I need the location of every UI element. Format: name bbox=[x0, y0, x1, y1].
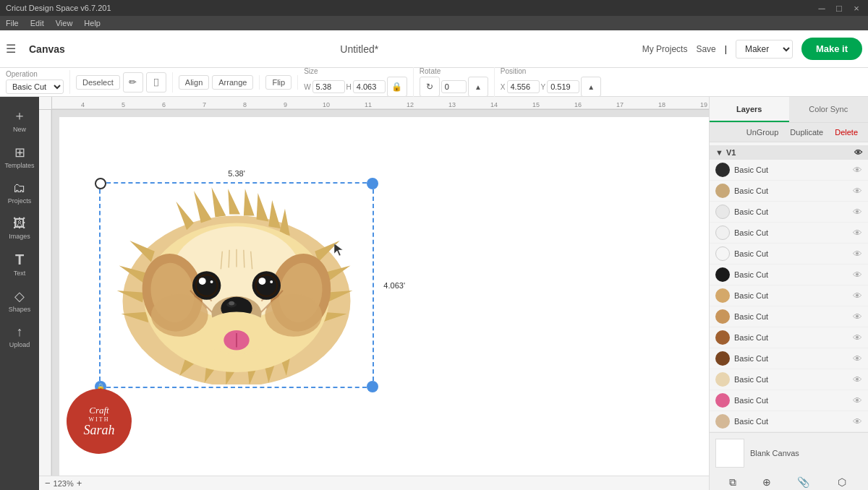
selection-width-label: 5.38' bbox=[228, 169, 245, 178]
rotate-input[interactable] bbox=[441, 80, 467, 93]
svg-text:9: 9 bbox=[284, 101, 287, 108]
deselect-button[interactable]: Deselect bbox=[76, 75, 120, 90]
slice-button[interactable]: ⧉ Slice bbox=[726, 476, 740, 490]
layer-item[interactable]: Basic Cut 👁 bbox=[710, 327, 868, 348]
tab-layers[interactable]: Layers bbox=[710, 97, 789, 122]
layer-visibility-icon[interactable]: 👁 bbox=[853, 311, 862, 322]
projects-icon: 🗂 bbox=[13, 181, 26, 196]
menu-view[interactable]: View bbox=[56, 19, 73, 27]
layer-item[interactable]: Basic Cut 👁 bbox=[710, 390, 868, 411]
layer-label: Basic Cut bbox=[734, 270, 848, 279]
layer-visibility-icon[interactable]: 👁 bbox=[853, 165, 862, 176]
layer-visibility-icon[interactable]: 👁 bbox=[853, 416, 862, 427]
machine-select[interactable]: Maker Explore Joy bbox=[736, 40, 793, 59]
layer-label: Basic Cut bbox=[734, 207, 848, 216]
operation-select[interactable]: Basic Cut Score Draw bbox=[6, 79, 64, 94]
layer-visibility-icon[interactable]: 👁 bbox=[853, 249, 862, 259]
blank-canvas-row: Blank Canvas bbox=[710, 433, 868, 473]
menu-edit[interactable]: Edit bbox=[30, 19, 44, 27]
layer-item[interactable]: Basic Cut 👁 bbox=[710, 181, 868, 202]
svg-text:12: 12 bbox=[407, 101, 414, 108]
minimize-button[interactable]: ─ bbox=[816, 2, 827, 14]
my-projects-button[interactable]: My Projects bbox=[642, 44, 688, 54]
handle-top-left[interactable]: ✕ bbox=[95, 178, 106, 189]
layer-visibility-icon[interactable]: 👁 bbox=[853, 332, 862, 343]
layer-color-swatch bbox=[715, 330, 730, 345]
attach-button[interactable]: 📎 Attach bbox=[794, 476, 813, 490]
group-eye-icon[interactable]: 👁 bbox=[854, 148, 862, 157]
align-button[interactable]: Align bbox=[179, 75, 209, 90]
layer-item[interactable]: Basic Cut 👁 bbox=[710, 348, 868, 369]
size-h-input[interactable] bbox=[353, 80, 386, 93]
layer-item[interactable]: Basic Cut 👁 bbox=[710, 160, 868, 181]
layer-item[interactable]: Basic Cut 👁 bbox=[710, 411, 868, 432]
zoombar: − 123% + bbox=[39, 476, 709, 490]
restore-button[interactable]: □ bbox=[833, 2, 845, 14]
layer-item[interactable]: Basic Cut 👁 bbox=[710, 202, 868, 223]
position-y-input[interactable] bbox=[547, 80, 579, 93]
text-icon: T bbox=[15, 252, 24, 268]
handle-bottom-right[interactable] bbox=[367, 381, 378, 392]
layer-visibility-icon[interactable]: 👁 bbox=[853, 207, 862, 218]
menu-help[interactable]: Help bbox=[84, 19, 101, 27]
layer-item[interactable]: Basic Cut 👁 bbox=[710, 369, 868, 390]
layer-visibility-icon[interactable]: 👁 bbox=[853, 353, 862, 364]
layer-item[interactable]: Basic Cut 👁 bbox=[710, 223, 868, 244]
sidebar-item-text[interactable]: T Text bbox=[2, 247, 37, 281]
sidebar-item-projects[interactable]: 🗂 Projects bbox=[2, 176, 37, 209]
blank-canvas-preview bbox=[715, 439, 744, 468]
position-stepper[interactable]: ▲ bbox=[581, 77, 601, 97]
sidebar-item-shapes[interactable]: ◇ Shapes bbox=[2, 284, 37, 317]
zoom-in-button[interactable]: + bbox=[77, 478, 82, 489]
duplicate-button[interactable]: Duplicate bbox=[786, 126, 827, 139]
sidebar-item-upload[interactable]: ↑ Upload bbox=[2, 320, 37, 353]
position-x-input[interactable] bbox=[507, 80, 540, 93]
layer-item[interactable]: Basic Cut 👁 bbox=[710, 285, 868, 306]
ungroup-button[interactable]: UnGroup bbox=[742, 126, 783, 139]
flip-button[interactable]: Flip bbox=[265, 75, 292, 90]
size-group: Size W H 🔒 bbox=[304, 67, 414, 97]
layer-color-swatch bbox=[715, 351, 730, 366]
flatten-button[interactable]: ⬡ Flatten bbox=[833, 476, 853, 490]
canvas-area[interactable]: 4 5 6 7 8 9 10 11 12 13 14 15 16 17 18 1… bbox=[39, 97, 709, 490]
layer-visibility-icon[interactable]: 👁 bbox=[853, 291, 862, 301]
layer-visibility-icon[interactable]: 👁 bbox=[853, 186, 862, 197]
sidebar-item-images[interactable]: 🖼 Images bbox=[2, 212, 37, 244]
handle-top-right[interactable] bbox=[367, 178, 378, 189]
arrange-button[interactable]: Arrange bbox=[212, 75, 253, 90]
close-button[interactable]: × bbox=[851, 2, 862, 14]
layer-visibility-icon[interactable]: 👁 bbox=[853, 228, 862, 238]
layer-item[interactable]: Basic Cut 👁 bbox=[710, 306, 868, 327]
layer-visibility-icon[interactable]: 👁 bbox=[853, 395, 862, 406]
slice-icon: ⧉ bbox=[729, 476, 736, 489]
menu-file[interactable]: File bbox=[6, 19, 19, 27]
sidebar-item-templates[interactable]: ⊞ Templates bbox=[2, 140, 37, 173]
weld-button[interactable]: ⊕ Weld bbox=[760, 476, 774, 490]
panel-bottom-tools: ⧉ Slice ⊕ Weld 📎 Attach ⬡ Flatten bbox=[710, 473, 868, 490]
rotate-stepper-up[interactable]: ▲ bbox=[468, 77, 488, 97]
save-button[interactable]: Save bbox=[696, 44, 715, 54]
sidebar-item-templates-label: Templates bbox=[4, 162, 34, 169]
hamburger-icon[interactable]: ☰ bbox=[6, 42, 23, 56]
tab-color-sync[interactable]: Color Sync bbox=[789, 97, 869, 122]
layer-visibility-icon[interactable]: 👁 bbox=[853, 374, 862, 385]
panel-tabs: Layers Color Sync bbox=[710, 97, 868, 123]
lock-aspect-button[interactable]: 🔒 bbox=[387, 77, 407, 97]
layer-visibility-icon[interactable]: 👁 bbox=[853, 270, 862, 280]
edit-button[interactable]: ✏ bbox=[123, 72, 143, 93]
delete-button[interactable]: Delete bbox=[830, 126, 862, 139]
zoom-out-button[interactable]: − bbox=[45, 478, 51, 489]
make-it-button[interactable]: Make it bbox=[801, 38, 862, 60]
size-w-input[interactable] bbox=[312, 80, 345, 93]
rotate-icon[interactable]: ↻ bbox=[420, 77, 440, 97]
left-sidebar: ＋ New ⊞ Templates 🗂 Projects 🖼 Images T … bbox=[0, 97, 39, 490]
svg-text:18: 18 bbox=[658, 101, 665, 108]
layer-item[interactable]: Basic Cut 👁 bbox=[710, 265, 868, 285]
offset-button[interactable]: ⌷ bbox=[146, 72, 166, 93]
sidebar-item-new[interactable]: ＋ New bbox=[2, 103, 37, 137]
layer-item[interactable]: Basic Cut 👁 bbox=[710, 244, 868, 265]
layer-group-v1[interactable]: ▼ V1 👁 bbox=[710, 145, 868, 160]
toolbar: Operation Basic Cut Score Draw Deselect … bbox=[0, 68, 868, 97]
selection-box[interactable]: 5.38' 4.063' ✕ 🔒 bbox=[99, 182, 374, 388]
canvas-content[interactable]: 5.38' 4.063' ✕ 🔒 Craft WITH Sarah bbox=[52, 110, 709, 476]
